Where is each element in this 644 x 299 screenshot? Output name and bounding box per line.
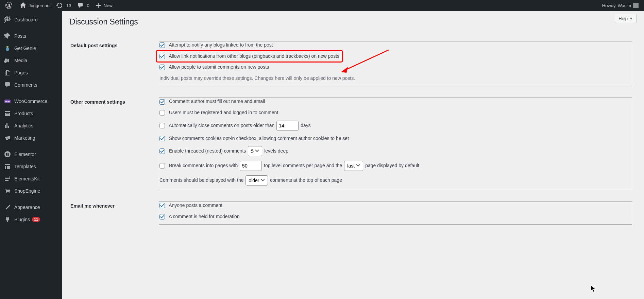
megaphone-icon — [4, 135, 11, 141]
products-icon — [4, 110, 11, 117]
comments-count: 0 — [87, 3, 89, 8]
howdy-label: Howdy, Wasim — [602, 3, 631, 8]
elementskit-icon — [4, 175, 11, 182]
wp-logo[interactable] — [3, 0, 17, 11]
svg-rect-3 — [7, 153, 9, 154]
genie-icon — [4, 45, 11, 52]
svg-point-0 — [6, 46, 9, 48]
comments-icon — [4, 82, 11, 88]
comments-link[interactable]: 0 — [74, 0, 92, 11]
option-allow-pingbacks[interactable]: Allow link notifications from other blog… — [159, 53, 339, 60]
option-break-pages[interactable]: Break comments into pages with top level… — [159, 161, 632, 171]
input-comments-per-page[interactable] — [240, 161, 262, 171]
sidebar-item-label: Comments — [14, 82, 37, 88]
sidebar-item-templates[interactable]: Templates — [0, 160, 62, 173]
sidebar-item-appearance[interactable]: Appearance — [0, 201, 62, 213]
updates-count: 13 — [66, 3, 71, 8]
analytics-icon — [4, 122, 11, 129]
woo-icon: woo — [4, 98, 11, 105]
option-allow-comments[interactable]: Allow people to submit comments on new p… — [159, 64, 632, 71]
option-notify-blogs[interactable]: Attempt to notify any blogs linked to fr… — [159, 42, 632, 49]
default-post-note: Individual posts may override these sett… — [159, 75, 632, 82]
checkbox-require-name-email[interactable] — [159, 99, 165, 105]
sidebar-item-label: Elementor — [14, 152, 36, 157]
sidebar-item-label: WooCommerce — [14, 99, 47, 104]
checkbox-close-old-comments[interactable] — [159, 123, 165, 128]
sidebar-item-products[interactable]: Products — [0, 107, 62, 120]
sidebar-item-shopengine[interactable]: ShopEngine — [0, 185, 62, 197]
wordpress-icon — [5, 2, 12, 9]
page-title: Discussion Settings — [70, 14, 637, 28]
sidebar-item-label: Products — [14, 111, 33, 116]
checkbox-break-pages[interactable] — [159, 163, 165, 169]
option-require-name-email[interactable]: Comment author must fill out name and em… — [159, 98, 632, 105]
media-icon — [4, 57, 11, 64]
option-threaded-comments[interactable]: Enable threaded (nested) comments 5 leve… — [159, 146, 632, 156]
section-heading-other-comment: Other comment settings — [70, 92, 155, 196]
plugins-badge: 11 — [32, 217, 40, 222]
sidebar-item-label: Plugins — [14, 217, 30, 222]
input-days-old[interactable] — [276, 121, 299, 131]
option-email-anyone-posts[interactable]: Anyone posts a comment — [159, 202, 632, 209]
option-cookies-optin[interactable]: Show comments cookies opt-in checkbox, a… — [159, 135, 632, 142]
sidebar-item-label: Posts — [14, 33, 26, 39]
sidebar-item-label: Analytics — [14, 123, 33, 128]
checkbox-allow-pingbacks[interactable] — [159, 54, 165, 59]
sidebar-item-label: ElementsKit — [14, 176, 40, 181]
sidebar-item-label: Templates — [14, 164, 36, 169]
caret-down-icon: ▼ — [629, 17, 633, 20]
sidebar-item-elementskit[interactable]: ElementsKit — [0, 173, 62, 185]
update-icon — [56, 2, 63, 9]
checkbox-registered-users[interactable] — [159, 110, 165, 116]
option-close-old-comments[interactable]: Automatically close comments on posts ol… — [159, 121, 632, 131]
sidebar-item-getgenie[interactable]: Get Genie — [0, 42, 62, 54]
sidebar-item-marketing[interactable]: Marketing — [0, 132, 62, 144]
select-comment-order[interactable]: older — [245, 175, 268, 186]
cursor-icon — [591, 285, 596, 292]
checkbox-notify-blogs[interactable] — [159, 42, 165, 48]
highlighted-option: Allow link notifications from other blog… — [156, 50, 343, 63]
svg-rect-2 — [6, 153, 7, 156]
checkbox-threaded-comments[interactable] — [159, 148, 165, 154]
plus-icon — [95, 2, 102, 9]
select-default-page[interactable]: last — [344, 161, 363, 171]
sidebar-item-elementor[interactable]: Elementor — [0, 148, 62, 160]
sidebar-item-label: Dashboard — [14, 17, 38, 22]
sidebar-item-label: ShopEngine — [14, 188, 40, 194]
account-link[interactable]: Howdy, Wasim — [599, 0, 641, 11]
section-heading-email: Email me whenever — [70, 196, 155, 230]
option-comment-order: Comments should be displayed with the ol… — [159, 175, 632, 186]
site-name-link[interactable]: Juggernaut — [17, 0, 53, 11]
sidebar-item-comments[interactable]: Comments — [0, 79, 62, 91]
sidebar-item-pages[interactable]: Pages — [0, 67, 62, 79]
updates-link[interactable]: 13 — [53, 0, 74, 11]
brush-icon — [4, 204, 11, 211]
plug-icon — [4, 216, 11, 223]
option-email-held-moderation[interactable]: A comment is held for moderation — [159, 213, 632, 220]
cart-icon — [4, 188, 11, 194]
new-content-link[interactable]: New — [92, 0, 115, 11]
content-area: Help ▼ Discussion Settings Default post … — [62, 11, 644, 299]
home-icon — [20, 2, 27, 9]
sidebar-item-analytics[interactable]: Analytics — [0, 120, 62, 132]
checkbox-email-held-moderation[interactable] — [159, 214, 165, 219]
checkbox-allow-comments[interactable] — [159, 65, 165, 70]
dashboard-icon — [4, 16, 11, 23]
select-thread-depth[interactable]: 5 — [248, 146, 262, 156]
site-name-label: Juggernaut — [29, 3, 51, 8]
sidebar-item-woocommerce[interactable]: woo WooCommerce — [0, 95, 62, 107]
sidebar-item-plugins[interactable]: Plugins 11 — [0, 213, 62, 226]
pin-icon — [4, 33, 11, 39]
sidebar-item-posts[interactable]: Posts — [0, 30, 62, 42]
help-tab[interactable]: Help ▼ — [615, 14, 637, 23]
checkbox-cookies-optin[interactable] — [159, 136, 165, 141]
sidebar-item-dashboard[interactable]: Dashboard — [0, 14, 62, 26]
checkbox-email-anyone-posts[interactable] — [159, 203, 165, 208]
sidebar-item-label: Appearance — [14, 205, 40, 210]
sidebar-item-media[interactable]: Media — [0, 54, 62, 67]
option-registered-users[interactable]: Users must be registered and logged in t… — [159, 109, 632, 116]
svg-rect-4 — [7, 154, 9, 155]
section-heading-default-post: Default post settings — [70, 36, 155, 92]
new-label: New — [104, 3, 113, 8]
templates-icon — [4, 163, 11, 170]
